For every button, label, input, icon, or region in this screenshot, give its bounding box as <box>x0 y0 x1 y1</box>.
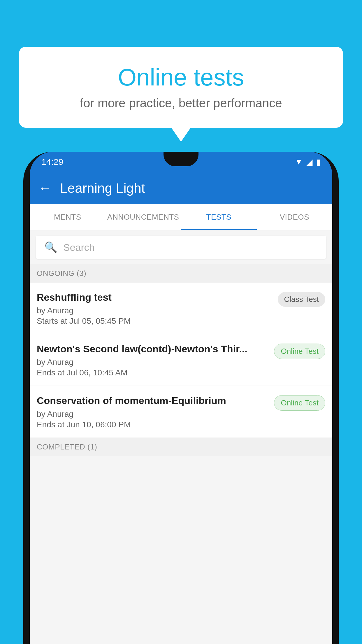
test-time: Starts at Jul 05, 05:45 PM <box>37 316 273 326</box>
notch <box>164 152 198 166</box>
test-author: by Anurag <box>37 358 269 367</box>
speech-bubble-container: Online tests for more practice, better p… <box>19 47 343 128</box>
test-item[interactable]: Conservation of momentum-Equilibrium by … <box>30 386 332 438</box>
test-name: Newton's Second law(contd)-Newton's Thir… <box>37 342 269 355</box>
test-badge-online: Online Test <box>274 395 325 411</box>
tab-announcements[interactable]: ANNOUNCEMENTS <box>106 204 181 230</box>
screen-content: 🔍 Search ONGOING (3) Reshuffling test by… <box>30 230 332 644</box>
test-badge-class: Class Test <box>278 292 325 307</box>
test-info: Reshuffling test by Anurag Starts at Jul… <box>37 291 273 326</box>
battery-icon: ▮ <box>316 157 321 167</box>
speech-bubble-subtitle: for more practice, better performance <box>39 96 323 110</box>
test-author: by Anurag <box>37 306 273 315</box>
back-button[interactable]: ← <box>38 181 51 195</box>
test-item[interactable]: Newton's Second law(contd)-Newton's Thir… <box>30 334 332 386</box>
tab-ments[interactable]: MENTS <box>30 204 106 230</box>
test-info: Conservation of momentum-Equilibrium by … <box>37 394 269 429</box>
test-list: Reshuffling test by Anurag Starts at Jul… <box>30 283 332 438</box>
test-time: Ends at Jun 10, 06:00 PM <box>37 420 269 429</box>
speech-bubble: Online tests for more practice, better p… <box>19 47 343 128</box>
test-info: Newton's Second law(contd)-Newton's Thir… <box>37 342 269 377</box>
test-author: by Anurag <box>37 410 269 419</box>
search-bar-wrapper: 🔍 Search <box>30 230 332 264</box>
app-bar: ← Learning Light <box>30 172 332 204</box>
search-icon: 🔍 <box>44 241 57 253</box>
test-name: Conservation of momentum-Equilibrium <box>37 394 269 407</box>
ongoing-section-header: ONGOING (3) <box>30 264 332 283</box>
completed-section-header: COMPLETED (1) <box>30 438 332 456</box>
search-placeholder: Search <box>63 242 95 253</box>
test-item[interactable]: Reshuffling test by Anurag Starts at Jul… <box>30 283 332 334</box>
test-name: Reshuffling test <box>37 291 273 304</box>
speech-bubble-title: Online tests <box>39 64 323 90</box>
tab-videos[interactable]: VIDEOS <box>257 204 333 230</box>
app-bar-title: Learning Light <box>60 180 145 196</box>
search-bar[interactable]: 🔍 Search <box>36 236 326 259</box>
phone-inner: 14:29 ▼ ◢ ▮ ← Learning Light MENTS ANNOU… <box>30 152 332 644</box>
tabs-bar: MENTS ANNOUNCEMENTS TESTS VIDEOS <box>30 204 332 230</box>
test-time: Ends at Jul 06, 10:45 AM <box>37 368 269 377</box>
phone-frame: 14:29 ▼ ◢ ▮ ← Learning Light MENTS ANNOU… <box>23 152 339 644</box>
status-time: 14:29 <box>41 157 63 167</box>
status-bar: 14:29 ▼ ◢ ▮ <box>30 152 332 172</box>
signal-icon: ◢ <box>306 157 313 167</box>
status-icons: ▼ ◢ ▮ <box>295 157 321 167</box>
wifi-icon: ▼ <box>295 157 303 167</box>
tab-tests[interactable]: TESTS <box>181 204 257 230</box>
test-badge-online: Online Test <box>274 344 325 359</box>
